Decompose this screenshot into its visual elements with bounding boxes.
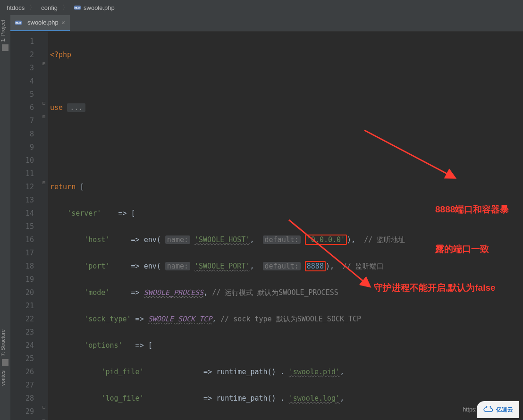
php-file-icon: PHP [74, 4, 81, 11]
fold-icon[interactable]: ⊟ [41, 180, 47, 185]
structure-tool-button[interactable]: 7: Structure [0, 329, 10, 356]
project-tool-button[interactable]: 1: Project [0, 20, 10, 42]
editor-tabs: PHP swoole.php × [10, 15, 523, 32]
cloud-icon [483, 406, 494, 413]
tab-swoole-php[interactable]: PHP swoole.php × [10, 15, 70, 31]
fold-icon[interactable]: ⊟ [41, 101, 47, 106]
breadcrumb-item[interactable]: config〉 [38, 3, 71, 12]
structure-icon [2, 359, 8, 366]
fold-icon[interactable]: ⊟ [41, 418, 47, 420]
favorites-tool-button[interactable]: vorites [0, 370, 10, 386]
tool-window-strip: 1: Project 7: Structure vorites [0, 15, 11, 420]
breadcrumb: htdocs〉 config〉 PHP swoole.php [0, 0, 523, 16]
fold-icon[interactable]: ⊞ [41, 61, 47, 66]
annotation-text: 守护进程不能开启,默认为false [374, 281, 496, 294]
project-icon [2, 44, 8, 51]
fold-icon[interactable]: ⊟ [41, 114, 47, 119]
svg-line-5 [289, 220, 369, 286]
line-number-gutter: 1234567891011121314151617181920212223242… [10, 31, 40, 420]
fold-column: ⊞ ⊟ ⊟ ⊟ ⊟ ⊟ [40, 31, 48, 420]
php-file-icon: PHP [15, 19, 22, 26]
tab-label: swoole.php [27, 19, 59, 26]
close-icon[interactable]: × [61, 19, 65, 26]
code-area[interactable]: <?php use ... return [ 'server' => [ 'ho… [48, 31, 523, 420]
svg-text:PHP: PHP [16, 21, 22, 24]
breadcrumb-item[interactable]: htdocs〉 [4, 3, 38, 12]
svg-text:PHP: PHP [75, 6, 81, 9]
breadcrumb-item[interactable]: PHP swoole.php [71, 4, 118, 11]
logo-badge: 亿速云 [477, 401, 519, 418]
fold-icon[interactable]: ⊟ [41, 405, 47, 410]
folded-region[interactable]: ... [67, 103, 85, 112]
annotation-text: 8888端口和容器暴 露的端口一致 [435, 176, 509, 282]
code-editor[interactable]: 1234567891011121314151617181920212223242… [10, 31, 523, 420]
